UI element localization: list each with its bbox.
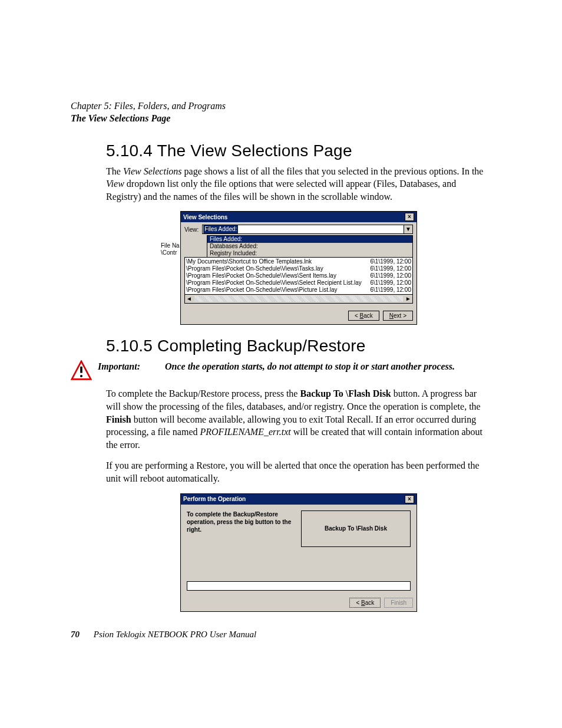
svg-point-2 xyxy=(80,375,82,377)
finish-button: Finish xyxy=(384,598,413,608)
view-selections-dialog: View Selections × View: Files Added: ▼ F… xyxy=(180,211,417,325)
instruction-text: To complete the Backup/Restore operation… xyxy=(187,510,295,575)
horizontal-scrollbar[interactable]: ◄ ► xyxy=(184,294,413,304)
dialog-titlebar: Perform the Operation × xyxy=(181,494,416,505)
page-footer: 70 Psion Teklogix NETBOOK PRO User Manua… xyxy=(71,630,491,640)
running-header: Chapter 5: Files, Folders, and Programs … xyxy=(71,100,491,125)
chapter-line: Chapter 5: Files, Folders, and Programs xyxy=(71,100,491,113)
scroll-right-icon[interactable]: ► xyxy=(404,295,412,303)
close-icon[interactable]: × xyxy=(405,495,414,503)
page-number: 70 xyxy=(71,630,80,639)
view-dropdown-list[interactable]: Files Added: Databases Added: Registry I… xyxy=(207,235,413,258)
list-item: \Program Files\Pocket On-Schedule\Views\… xyxy=(186,286,411,294)
next-button[interactable]: Next > xyxy=(383,311,413,321)
dropdown-option[interactable]: Files Added: xyxy=(207,236,412,243)
list-item: \My Documents\Shortcut to Office Templat… xyxy=(186,258,411,265)
book-title: Psion Teklogix NETBOOK PRO User Manual xyxy=(94,630,257,639)
close-icon[interactable]: × xyxy=(405,213,414,221)
scroll-thumb[interactable] xyxy=(194,296,403,302)
column-hint: \Contr xyxy=(161,249,177,256)
backup-to-flash-disk-button[interactable]: Backup To \Flash Disk xyxy=(301,510,411,547)
para-restore: If you are performing a Restore, you wil… xyxy=(106,459,491,485)
dropdown-option[interactable]: Databases Added: xyxy=(207,243,412,250)
heading-5-10-5: 5.10.5 Completing Backup/Restore xyxy=(106,337,491,355)
svg-rect-1 xyxy=(80,367,82,373)
warning-icon xyxy=(71,360,92,381)
list-item: \Program Files\Pocket On-Schedule\Views\… xyxy=(186,265,411,272)
scroll-left-icon[interactable]: ◄ xyxy=(185,295,193,303)
dialog-title: Perform the Operation xyxy=(183,496,246,502)
dropdown-option[interactable]: Registry Included: xyxy=(207,250,412,257)
view-dropdown-selected: Files Added: xyxy=(203,225,238,233)
file-list[interactable]: \My Documents\Shortcut to Office Templat… xyxy=(184,257,413,295)
para-view-selections: The View Selections page shows a list of… xyxy=(106,165,491,203)
section-line: The View Selections Page xyxy=(71,113,491,125)
perform-operation-dialog: Perform the Operation × To complete the … xyxy=(180,493,417,612)
important-note: Important: Once the operation starts, do… xyxy=(98,360,455,373)
chevron-down-icon[interactable]: ▼ xyxy=(404,225,412,233)
column-hint: File Na xyxy=(161,242,180,249)
back-button[interactable]: < Back xyxy=(349,598,381,608)
back-button[interactable]: < Back xyxy=(348,311,379,321)
dialog-titlebar: View Selections × xyxy=(181,212,416,222)
view-dropdown[interactable]: Files Added: ▼ xyxy=(202,225,413,234)
heading-5-10-4: 5.10.4 The View Selections Page xyxy=(106,141,491,160)
list-item: \Program Files\Pocket On-Schedule\Views\… xyxy=(186,279,411,286)
view-label: View: xyxy=(184,226,199,233)
list-item: \Program Files\Pocket On-Schedule\Views\… xyxy=(186,272,411,279)
dialog-title: View Selections xyxy=(183,214,227,220)
para-complete: To complete the Backup/Restore process, … xyxy=(106,387,491,451)
progress-bar xyxy=(187,581,411,591)
